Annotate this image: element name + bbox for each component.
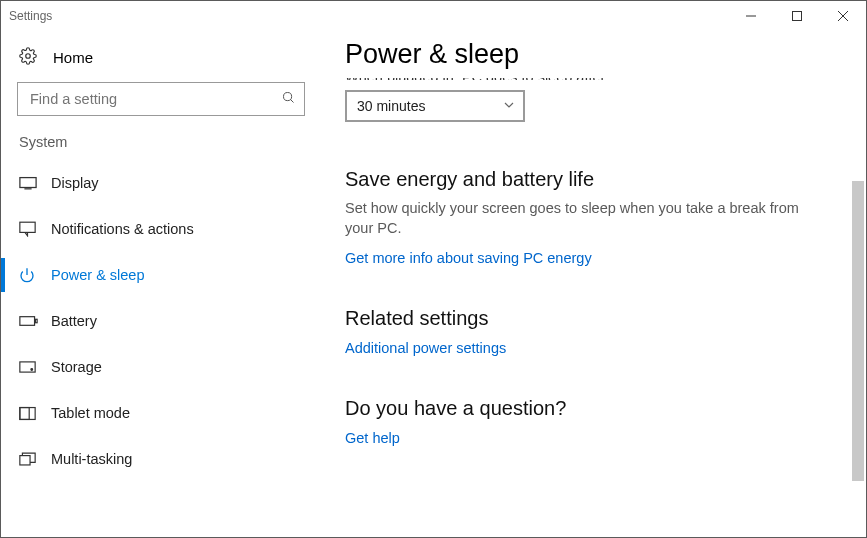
minimize-button[interactable] <box>728 1 774 31</box>
sleep-plugged-dropdown[interactable]: 30 minutes <box>345 90 525 122</box>
scrollbar-thumb[interactable] <box>852 181 864 481</box>
notifications-icon <box>19 221 41 237</box>
multitasking-icon <box>19 452 41 466</box>
get-help-link[interactable]: Get help <box>345 430 400 446</box>
storage-icon <box>19 360 41 374</box>
sidebar-item-label: Multi-tasking <box>51 451 132 467</box>
sidebar-item-storage[interactable]: Storage <box>1 344 321 390</box>
svg-rect-1 <box>793 12 802 21</box>
svg-rect-9 <box>20 222 35 232</box>
sidebar: Home System Display <box>1 31 321 537</box>
question-heading: Do you have a question? <box>345 397 842 420</box>
chevron-down-icon <box>503 98 515 114</box>
svg-rect-12 <box>35 319 37 322</box>
svg-rect-13 <box>20 362 35 372</box>
save-energy-body: Set how quickly your screen goes to slee… <box>345 199 815 238</box>
related-settings-heading: Related settings <box>345 307 842 330</box>
scroll-area[interactable]: When plugged in, PC goes to sleep after … <box>345 78 842 525</box>
sidebar-item-label: Display <box>51 175 99 191</box>
sidebar-item-label: Notifications & actions <box>51 221 194 237</box>
tablet-mode-icon <box>19 406 41 421</box>
window-title: Settings <box>9 9 52 23</box>
close-button[interactable] <box>820 1 866 31</box>
save-energy-heading: Save energy and battery life <box>345 168 842 191</box>
maximize-button[interactable] <box>774 1 820 31</box>
window-controls <box>728 1 866 31</box>
svg-point-14 <box>31 369 33 371</box>
sidebar-item-label: Storage <box>51 359 102 375</box>
titlebar: Settings <box>1 1 866 31</box>
svg-rect-15 <box>20 407 35 419</box>
svg-line-6 <box>290 99 293 102</box>
svg-rect-11 <box>20 317 35 326</box>
search-icon <box>281 90 296 109</box>
sidebar-item-label: Battery <box>51 313 97 329</box>
svg-rect-7 <box>20 178 36 188</box>
battery-icon <box>19 315 41 327</box>
sidebar-item-multitasking[interactable]: Multi-tasking <box>1 436 321 482</box>
sidebar-group-label: System <box>1 134 321 160</box>
content-pane: Power & sleep When plugged in, PC goes t… <box>321 31 866 537</box>
gear-icon <box>19 47 37 68</box>
sidebar-item-battery[interactable]: Battery <box>1 298 321 344</box>
sidebar-item-tablet-mode[interactable]: Tablet mode <box>1 390 321 436</box>
svg-rect-16 <box>20 407 29 419</box>
sidebar-item-label: Tablet mode <box>51 405 130 421</box>
power-icon <box>19 267 41 283</box>
sidebar-item-power-sleep[interactable]: Power & sleep <box>1 252 321 298</box>
additional-power-settings-link[interactable]: Additional power settings <box>345 340 506 356</box>
dropdown-value: 30 minutes <box>357 98 425 114</box>
page-title: Power & sleep <box>345 39 842 70</box>
sidebar-item-notifications[interactable]: Notifications & actions <box>1 206 321 252</box>
search-input[interactable] <box>28 90 281 108</box>
settings-window: Settings Home <box>0 0 867 538</box>
sidebar-nav: Display Notifications & actions Power & … <box>1 160 321 482</box>
home-label: Home <box>53 49 93 66</box>
svg-rect-17 <box>20 456 30 465</box>
save-energy-link[interactable]: Get more info about saving PC energy <box>345 250 592 266</box>
display-icon <box>19 176 41 190</box>
svg-point-4 <box>26 54 31 59</box>
home-button[interactable]: Home <box>1 39 321 78</box>
vertical-scrollbar[interactable] <box>850 31 866 537</box>
sleep-plugged-label: When plugged in, PC goes to sleep after <box>345 78 842 80</box>
sidebar-item-display[interactable]: Display <box>1 160 321 206</box>
sidebar-item-label: Power & sleep <box>51 267 145 283</box>
search-box[interactable] <box>17 82 305 116</box>
